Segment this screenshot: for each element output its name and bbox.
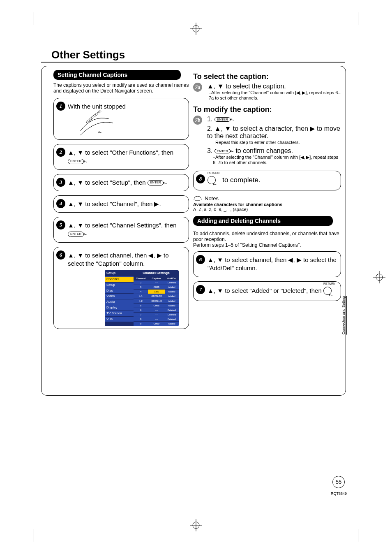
- step-7b-3: 3. ENTER↖ to confirm changes.: [207, 147, 341, 155]
- add-del-intro2: Perform steps 1–5 of "Setting Channel Ca…: [193, 242, 341, 248]
- table-row: 8----Deleted: [134, 317, 179, 321]
- setup-menu-item: Video: [105, 294, 134, 299]
- table-cell: CBS: [148, 290, 165, 294]
- step-1: 1 With the unit stopped FUNCTIONS ↖: [53, 98, 189, 140]
- table-cell: ----: [148, 280, 165, 285]
- table-cell: Deleted: [165, 280, 179, 285]
- step-number-icon: 5: [56, 220, 65, 229]
- table-row: 7----Deleted: [134, 312, 179, 317]
- add-step-7: 7 ▲, ▼ to select "Added" or "Deleted", t…: [193, 281, 341, 301]
- document-id: RQT8849: [331, 491, 347, 496]
- crop-mark: [358, 12, 358, 25]
- table-cell: Added: [165, 290, 179, 294]
- table-row: 4CBSAdded: [134, 290, 179, 294]
- return-icon: RETURN ↖: [208, 175, 221, 186]
- table-header: Channel: [134, 276, 148, 280]
- table-row: 3C003Added: [134, 285, 179, 290]
- notes-bold: Available characters for channel caption…: [193, 202, 341, 207]
- step-8-text: to complete.: [222, 176, 261, 184]
- add-del-intro1: To add channels, delete undesired channe…: [193, 231, 341, 242]
- step-number-icon: 7a: [193, 83, 202, 92]
- add-step-7-text: ▲, ▼ to select "Added" or "Deleted", the…: [208, 287, 323, 294]
- table-cell: C009: [148, 321, 165, 326]
- step-number-icon: 7: [196, 285, 205, 294]
- setup-menu-item: Audio: [105, 299, 134, 305]
- registration-mark-icon: [373, 271, 385, 283]
- right-column: To select the caption: 7a ▲, ▼ to select…: [193, 70, 341, 305]
- page-number: 55: [332, 476, 345, 488]
- step-number-icon: 8: [196, 174, 205, 183]
- setup-menu-header: Setup: [105, 270, 134, 277]
- table-cell: Added: [165, 321, 179, 326]
- table-row: 6----Deleted: [134, 308, 179, 312]
- title-rule: [41, 62, 345, 63]
- table-cell: C003: [148, 285, 165, 290]
- step-8: 8 RETURN ↖ to complete.: [193, 171, 341, 190]
- cursor-icon: ↖: [228, 116, 235, 123]
- step-4-text: ▲, ▼ to select "Channel", then ▶.: [68, 200, 161, 207]
- table-cell: Added: [165, 285, 179, 290]
- registration-mark-icon: [190, 519, 202, 531]
- table-cell: 4: [134, 290, 148, 294]
- table-row: 9C009Added: [134, 321, 179, 326]
- table-row: 2----Deleted: [134, 280, 179, 285]
- step-6-text: ▲, ▼ to select channel, then ◀, ▶ to sel…: [68, 252, 168, 267]
- table-cell: ----: [148, 308, 165, 312]
- crop-mark: [34, 12, 34, 25]
- functions-button-icon: FUNCTIONS ↖: [76, 111, 117, 135]
- table-row: 4-1KRON-SDAdded: [134, 294, 179, 299]
- notes-chars: A–Z, a–z, 0–9, _, -, (space): [193, 207, 341, 212]
- table-cell: 8: [134, 317, 148, 321]
- step-7b-3-note: –After selecting the "Channel" column wi…: [213, 155, 341, 165]
- table-cell: 4-1: [134, 294, 148, 299]
- table-cell: KRON-HD: [148, 299, 165, 303]
- table-cell: Deleted: [165, 312, 179, 317]
- modify-caption-heading: To modify the caption:: [193, 105, 341, 114]
- table-cell: 2: [134, 280, 148, 285]
- page-title: Other Settings: [51, 49, 125, 61]
- note-icon: [193, 195, 202, 202]
- step-2-text: ▲, ▼ to select "Other Functions", then: [68, 149, 173, 156]
- table-cell: 6: [134, 308, 148, 312]
- table-cell: ----: [148, 312, 165, 317]
- table-cell: KRON-SD: [148, 294, 165, 299]
- step-5-text: ▲, ▼ to select "Channel Settings", then: [68, 222, 177, 229]
- step-1-text: With the unit stopped: [68, 102, 184, 111]
- step-5: 5 ▲, ▼ to select "Channel Settings", the…: [53, 217, 189, 243]
- step-number-icon: 4: [56, 199, 65, 208]
- cursor-icon: ↖: [228, 148, 235, 155]
- step-7a: 7a ▲, ▼ to select the caption. –After se…: [193, 83, 341, 100]
- table-cell: Added: [165, 303, 179, 308]
- return-icon: RETURN ↖: [323, 286, 337, 297]
- step-7a-note: –After selecting the "Channel" column wi…: [209, 90, 341, 100]
- step-7a-text: ▲, ▼ to select the caption.: [207, 83, 341, 90]
- table-header: Add/Del: [165, 276, 179, 280]
- table-cell: 3: [134, 285, 148, 290]
- step-7b: 7b 1. ENTER↖ 2. ▲, ▼ to select a charact…: [193, 116, 341, 165]
- cursor-icon: ↖: [82, 158, 89, 165]
- cursor-icon: ↖: [82, 230, 89, 238]
- notes-heading: Notes: [193, 195, 341, 202]
- table-cell: 4-2: [134, 299, 148, 303]
- step-number-icon: 7b: [193, 116, 202, 125]
- table-cell: Deleted: [165, 308, 179, 312]
- table-cell: Added: [165, 299, 179, 303]
- step-4: 4 ▲, ▼ to select "Channel", then ▶.: [53, 195, 189, 213]
- step-number-icon: 6: [56, 250, 65, 260]
- table-cell: 5: [134, 303, 148, 308]
- intro-text: The captions you select or modify are us…: [53, 82, 189, 94]
- step-7b-1: 1. ENTER↖: [207, 116, 341, 123]
- channel-settings-header: Channel Settings: [134, 270, 179, 276]
- step-number-icon: 3: [56, 178, 65, 187]
- select-caption-heading: To select the caption:: [193, 72, 341, 81]
- setup-menu-item: Display: [105, 305, 134, 311]
- crop-mark: [21, 29, 37, 29]
- step-3-text: ▲, ▼ to select "Setup", then: [68, 179, 148, 186]
- setup-menu-item: Channel: [105, 277, 134, 283]
- side-tab: Connection and Setting: [341, 296, 347, 335]
- table-cell: 9: [134, 321, 148, 326]
- step-7b-2-note: –Repeat this step to enter other charact…: [213, 140, 341, 145]
- step-6: 6 ▲, ▼ to select channel, then ◀, ▶ to s…: [53, 247, 189, 329]
- crop-mark: [34, 529, 34, 542]
- crop-mark: [355, 29, 371, 29]
